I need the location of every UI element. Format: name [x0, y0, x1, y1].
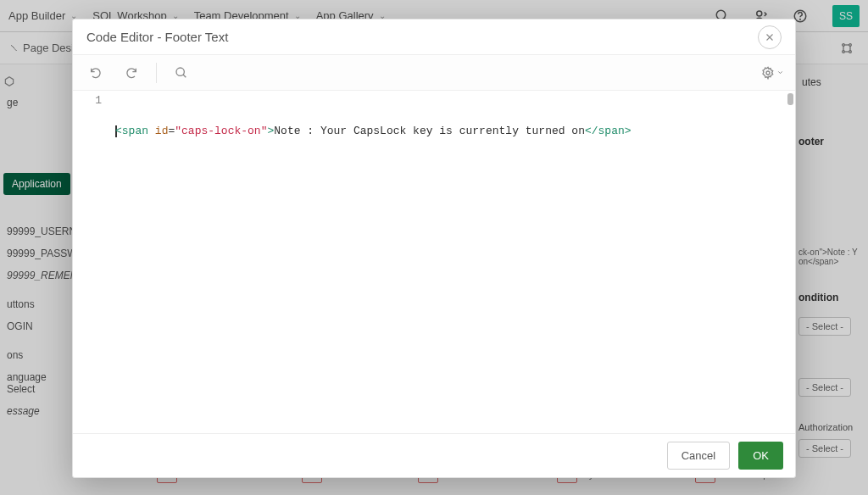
code-area[interactable]: <span id="caps-lock-on">Note : Your Caps… [110, 91, 795, 433]
code-editor[interactable]: 1 <span id="caps-lock-on">Note : Your Ca… [73, 91, 795, 433]
modal-title: Code Editor - Footer Text [86, 30, 758, 44]
close-icon [765, 32, 775, 42]
line-number: 1 [76, 93, 102, 108]
modal-overlay: Code Editor - Footer Text [0, 0, 868, 495]
modal-footer: Cancel OK [73, 433, 795, 477]
chevron-down-icon [776, 69, 784, 76]
settings-button[interactable] [758, 59, 787, 86]
editor-scrollbar[interactable] [787, 93, 793, 105]
search-icon [175, 66, 188, 80]
code-editor-modal: Code Editor - Footer Text [72, 19, 796, 478]
modal-header: Code Editor - Footer Text [73, 19, 795, 55]
code-line: <span id="caps-lock-on">Note : Your Caps… [115, 124, 790, 139]
find-button[interactable] [167, 59, 196, 86]
svg-point-15 [176, 68, 184, 75]
editor-toolbar [73, 55, 795, 91]
svg-line-16 [183, 75, 186, 77]
ok-button[interactable]: OK [738, 442, 783, 470]
undo-button[interactable] [81, 59, 110, 86]
redo-icon [125, 66, 138, 80]
cancel-button[interactable]: Cancel [667, 442, 730, 470]
line-gutter: 1 [73, 91, 110, 433]
close-button[interactable] [758, 25, 782, 49]
gear-icon [761, 66, 775, 80]
redo-button[interactable] [117, 59, 146, 86]
undo-icon [89, 66, 103, 80]
svg-point-17 [766, 71, 770, 75]
